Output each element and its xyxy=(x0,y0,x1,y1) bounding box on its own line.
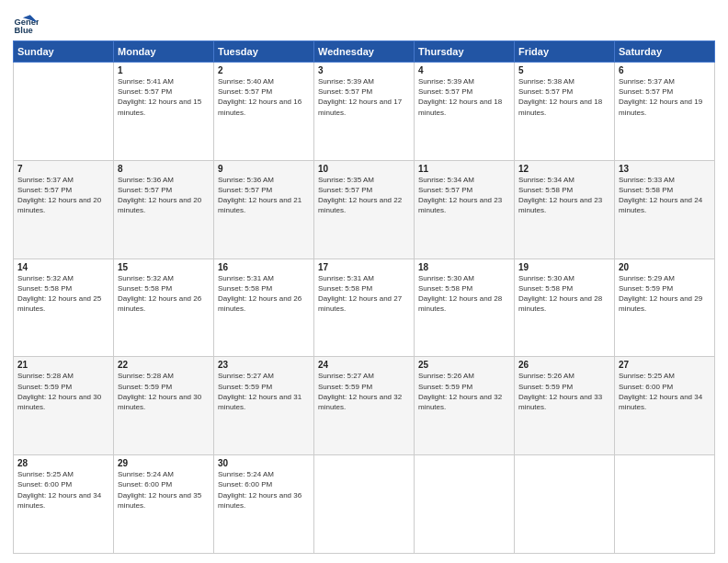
day-info: Sunrise: 5:24 AMSunset: 6:00 PMDaylight:… xyxy=(118,469,210,511)
day-number: 27 xyxy=(619,360,711,370)
calendar-cell: 21Sunrise: 5:28 AMSunset: 5:59 PMDayligh… xyxy=(14,357,114,455)
header-day-tuesday: Tuesday xyxy=(214,41,314,63)
calendar-week-4: 21Sunrise: 5:28 AMSunset: 5:59 PMDayligh… xyxy=(14,357,715,455)
day-number: 16 xyxy=(218,262,310,272)
calendar-cell: 10Sunrise: 5:35 AMSunset: 5:57 PMDayligh… xyxy=(314,160,415,259)
logo-icon: General Blue xyxy=(13,9,39,35)
calendar-cell: 19Sunrise: 5:30 AMSunset: 5:58 PMDayligh… xyxy=(515,259,615,357)
day-number: 22 xyxy=(118,360,210,370)
calendar-cell: 24Sunrise: 5:27 AMSunset: 5:59 PMDayligh… xyxy=(314,357,415,455)
svg-text:General: General xyxy=(15,17,39,27)
day-number: 8 xyxy=(118,164,210,174)
day-info: Sunrise: 5:27 AMSunset: 5:59 PMDaylight:… xyxy=(318,371,410,412)
calendar-cell xyxy=(415,455,515,554)
calendar-cell: 26Sunrise: 5:26 AMSunset: 5:59 PMDayligh… xyxy=(515,357,615,455)
calendar-cell: 11Sunrise: 5:34 AMSunset: 5:57 PMDayligh… xyxy=(415,160,515,259)
day-number: 4 xyxy=(418,65,510,75)
calendar-cell: 9Sunrise: 5:36 AMSunset: 5:57 PMDaylight… xyxy=(214,160,314,259)
day-info: Sunrise: 5:31 AMSunset: 5:58 PMDaylight:… xyxy=(318,273,410,315)
day-number: 12 xyxy=(518,164,610,174)
calendar-cell: 18Sunrise: 5:30 AMSunset: 5:58 PMDayligh… xyxy=(415,259,515,357)
calendar-week-1: 1Sunrise: 5:41 AMSunset: 5:57 PMDaylight… xyxy=(14,63,715,161)
calendar-cell: 27Sunrise: 5:25 AMSunset: 6:00 PMDayligh… xyxy=(615,357,715,455)
calendar-cell: 3Sunrise: 5:39 AMSunset: 5:57 PMDaylight… xyxy=(314,63,415,161)
day-number: 9 xyxy=(218,164,310,174)
day-number: 24 xyxy=(318,360,410,370)
day-info: Sunrise: 5:34 AMSunset: 5:58 PMDaylight:… xyxy=(518,175,610,216)
calendar-cell: 29Sunrise: 5:24 AMSunset: 6:00 PMDayligh… xyxy=(114,455,214,554)
calendar-cell: 8Sunrise: 5:36 AMSunset: 5:57 PMDaylight… xyxy=(114,160,214,259)
day-info: Sunrise: 5:32 AMSunset: 5:58 PMDaylight:… xyxy=(118,273,210,315)
day-number: 7 xyxy=(17,164,109,174)
calendar-cell: 1Sunrise: 5:41 AMSunset: 5:57 PMDaylight… xyxy=(114,63,214,161)
calendar-cell: 25Sunrise: 5:26 AMSunset: 5:59 PMDayligh… xyxy=(415,357,515,455)
day-info: Sunrise: 5:36 AMSunset: 5:57 PMDaylight:… xyxy=(118,175,210,216)
day-number: 15 xyxy=(118,262,210,272)
calendar-cell xyxy=(515,455,615,554)
day-number: 6 xyxy=(619,65,711,75)
day-number: 13 xyxy=(619,164,711,174)
day-number: 14 xyxy=(17,262,109,272)
calendar-cell: 15Sunrise: 5:32 AMSunset: 5:58 PMDayligh… xyxy=(114,259,214,357)
calendar-cell: 5Sunrise: 5:38 AMSunset: 5:57 PMDaylight… xyxy=(515,63,615,161)
header-day-saturday: Saturday xyxy=(615,41,715,63)
calendar-cell xyxy=(14,63,114,161)
calendar-cell: 14Sunrise: 5:32 AMSunset: 5:58 PMDayligh… xyxy=(14,259,114,357)
day-number: 5 xyxy=(518,65,610,75)
calendar-cell: 28Sunrise: 5:25 AMSunset: 6:00 PMDayligh… xyxy=(14,455,114,554)
day-number: 11 xyxy=(418,164,510,174)
day-info: Sunrise: 5:25 AMSunset: 6:00 PMDaylight:… xyxy=(619,371,711,412)
day-info: Sunrise: 5:29 AMSunset: 5:59 PMDaylight:… xyxy=(619,273,711,315)
calendar-table: SundayMondayTuesdayWednesdayThursdayFrid… xyxy=(13,40,715,554)
svg-text:Blue: Blue xyxy=(15,26,33,35)
day-info: Sunrise: 5:32 AMSunset: 5:58 PMDaylight:… xyxy=(17,273,109,315)
day-info: Sunrise: 5:37 AMSunset: 5:57 PMDaylight:… xyxy=(17,175,109,216)
calendar-header-row: SundayMondayTuesdayWednesdayThursdayFrid… xyxy=(14,41,715,63)
calendar-cell: 22Sunrise: 5:28 AMSunset: 5:59 PMDayligh… xyxy=(114,357,214,455)
day-info: Sunrise: 5:27 AMSunset: 5:59 PMDaylight:… xyxy=(218,371,310,412)
day-info: Sunrise: 5:39 AMSunset: 5:57 PMDaylight:… xyxy=(418,76,510,118)
day-number: 25 xyxy=(418,360,510,370)
day-info: Sunrise: 5:30 AMSunset: 5:58 PMDaylight:… xyxy=(518,273,610,315)
calendar-week-3: 14Sunrise: 5:32 AMSunset: 5:58 PMDayligh… xyxy=(14,259,715,357)
calendar-week-5: 28Sunrise: 5:25 AMSunset: 6:00 PMDayligh… xyxy=(14,455,715,554)
calendar-cell: 30Sunrise: 5:24 AMSunset: 6:00 PMDayligh… xyxy=(214,455,314,554)
calendar-cell: 16Sunrise: 5:31 AMSunset: 5:58 PMDayligh… xyxy=(214,259,314,357)
calendar-cell xyxy=(615,455,715,554)
day-info: Sunrise: 5:25 AMSunset: 6:00 PMDaylight:… xyxy=(17,469,109,511)
day-number: 19 xyxy=(518,262,610,272)
day-info: Sunrise: 5:28 AMSunset: 5:59 PMDaylight:… xyxy=(118,371,210,412)
calendar-week-2: 7Sunrise: 5:37 AMSunset: 5:57 PMDaylight… xyxy=(14,160,715,259)
calendar-cell xyxy=(314,455,415,554)
day-number: 30 xyxy=(218,458,310,468)
day-info: Sunrise: 5:37 AMSunset: 5:57 PMDaylight:… xyxy=(619,76,711,118)
day-number: 20 xyxy=(619,262,711,272)
day-info: Sunrise: 5:40 AMSunset: 5:57 PMDaylight:… xyxy=(218,76,310,118)
calendar-cell: 17Sunrise: 5:31 AMSunset: 5:58 PMDayligh… xyxy=(314,259,415,357)
day-number: 21 xyxy=(17,360,109,370)
day-number: 26 xyxy=(518,360,610,370)
day-info: Sunrise: 5:41 AMSunset: 5:57 PMDaylight:… xyxy=(118,76,210,118)
day-info: Sunrise: 5:28 AMSunset: 5:59 PMDaylight:… xyxy=(17,371,109,412)
day-info: Sunrise: 5:26 AMSunset: 5:59 PMDaylight:… xyxy=(518,371,610,412)
calendar-cell: 13Sunrise: 5:33 AMSunset: 5:58 PMDayligh… xyxy=(615,160,715,259)
day-info: Sunrise: 5:24 AMSunset: 6:00 PMDaylight:… xyxy=(218,469,310,511)
header-day-friday: Friday xyxy=(515,41,615,63)
day-info: Sunrise: 5:36 AMSunset: 5:57 PMDaylight:… xyxy=(218,175,310,216)
calendar-cell: 2Sunrise: 5:40 AMSunset: 5:57 PMDaylight… xyxy=(214,63,314,161)
day-info: Sunrise: 5:31 AMSunset: 5:58 PMDaylight:… xyxy=(218,273,310,315)
calendar-cell: 23Sunrise: 5:27 AMSunset: 5:59 PMDayligh… xyxy=(214,357,314,455)
header-day-wednesday: Wednesday xyxy=(314,41,415,63)
header-day-thursday: Thursday xyxy=(415,41,515,63)
header-day-sunday: Sunday xyxy=(14,41,114,63)
calendar-cell: 6Sunrise: 5:37 AMSunset: 5:57 PMDaylight… xyxy=(615,63,715,161)
day-info: Sunrise: 5:38 AMSunset: 5:57 PMDaylight:… xyxy=(518,76,610,118)
header-day-monday: Monday xyxy=(114,41,214,63)
logo: General Blue xyxy=(13,9,42,35)
day-number: 17 xyxy=(318,262,410,272)
calendar-cell: 4Sunrise: 5:39 AMSunset: 5:57 PMDaylight… xyxy=(415,63,515,161)
day-info: Sunrise: 5:30 AMSunset: 5:58 PMDaylight:… xyxy=(418,273,510,315)
day-info: Sunrise: 5:35 AMSunset: 5:57 PMDaylight:… xyxy=(318,175,410,216)
day-info: Sunrise: 5:26 AMSunset: 5:59 PMDaylight:… xyxy=(418,371,510,412)
day-info: Sunrise: 5:34 AMSunset: 5:57 PMDaylight:… xyxy=(418,175,510,216)
